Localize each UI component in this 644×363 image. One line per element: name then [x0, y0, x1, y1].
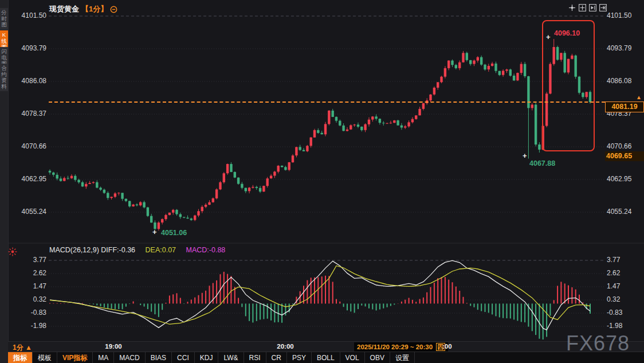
toolbar-item-指标[interactable]: 指标 [8, 352, 33, 363]
macd-axis-label-right: 3.77 [607, 256, 620, 264]
candle-time-tooltip: 2025/11/20 20:29 ~ 20:30 四 [354, 342, 448, 352]
toolbar-item-CR[interactable]: CR [266, 352, 287, 363]
circle-minus-icon[interactable] [110, 6, 117, 13]
price-axis-label-right: 4086.08 [607, 77, 631, 85]
macd-hist-value: MACD:-0.88 [186, 246, 226, 254]
toolbar-item-BIAS[interactable]: BIAS [146, 352, 172, 363]
toolbar-item-BOLL[interactable]: BOLL [312, 352, 340, 363]
chart-type-sidebar: 分时图K线图闪电图合约资料 [0, 0, 9, 363]
price-axis-label-left: 4062.95 [15, 175, 46, 183]
toolbar-item-模板[interactable]: 模板 [33, 352, 57, 363]
toolbar-item-CCI[interactable]: CCI [172, 352, 195, 363]
price-axis-label-right: 4070.66 [607, 142, 631, 150]
trading-app-window: 分时图K线图闪电图合约资料 现货黄金 【1分】 [0, 0, 644, 363]
low-price-annotation: 4067.88 [529, 159, 555, 167]
macd-params-diff: MACD(26,12,9) DIFF:-0.36 [49, 246, 135, 254]
reference-price-tag: 4069.65 [605, 151, 644, 161]
price-axis-label-right: 4093.79 [607, 44, 631, 52]
macd-axis-label-left: -1.98 [15, 322, 46, 330]
toolbar-item-OBV[interactable]: OBV [365, 352, 390, 363]
fit-width-icon[interactable] [578, 3, 587, 12]
chart-header: 现货黄金 【1分】 [49, 4, 117, 14]
session-low-cross-marker: + [152, 229, 157, 235]
current-price-tag: 4081.19 [605, 102, 644, 112]
time-label-partial: :00 [442, 343, 452, 350]
time-axis: 1分 ▲ 2025/11/20 20:29 ~ 20:30 四 :00 19:0… [8, 341, 644, 352]
current-price-line [49, 102, 605, 103]
indicator-toolbar: 指标模板VIP指标MAMACDBIASCCIKDJLW&RSICRPSYBOLL… [8, 352, 644, 363]
price-axis-label-right: 4055.24 [607, 208, 631, 216]
go-latest-icon[interactable] [599, 3, 607, 12]
interval-tag: 【1分】 [81, 4, 108, 14]
toolbar-item-LW&[interactable]: LW& [218, 352, 244, 363]
macd-axis-label-left: 0.32 [15, 295, 46, 303]
macd-axis-label-left: -0.83 [15, 309, 46, 317]
toolbar-item-RSI[interactable]: RSI [244, 352, 266, 363]
toolbar-item-PSY[interactable]: PSY [287, 352, 312, 363]
toolbar-item-VIP指标[interactable]: VIP指标 [57, 352, 93, 363]
tooltip-datetime: 2025/11/20 20:29 ~ 20:30 [357, 344, 433, 350]
play-to-edge-icon[interactable] [588, 3, 597, 12]
high-cross-marker: + [546, 34, 551, 40]
price-axis-label-right: 4101.50 [607, 11, 631, 19]
toolbar-item-KDJ[interactable]: KDJ [195, 352, 219, 363]
macd-legend: MACD(26,12,9) DIFF:-0.36 DEA:0.07 MACD:-… [49, 246, 225, 254]
toolbar-item-MA[interactable]: MA [93, 352, 114, 363]
price-axis-label-left: 4093.79 [15, 44, 46, 52]
macd-axis-label-right: -1.98 [607, 322, 622, 330]
macd-axis-label-left: 1.47 [15, 282, 46, 290]
low-cross-marker: + [523, 153, 527, 159]
price-axis-label-left: 4070.66 [15, 142, 46, 150]
price-axis-label-right: 4062.95 [607, 175, 631, 183]
time-label: 20:00 [277, 343, 293, 350]
high-price-annotation: 4096.10 [554, 29, 580, 37]
macd-axis-label-left: 2.62 [15, 269, 46, 277]
price-axis-label-left: 4101.50 [15, 11, 46, 19]
macd-axis-label-right: -0.83 [607, 309, 622, 317]
macd-axis-label-right: 2.62 [607, 269, 620, 277]
chart-tools [568, 3, 607, 12]
indicator-alert-icon[interactable] [7, 247, 18, 259]
price-arrow-icon: ▲ [636, 94, 642, 100]
toolbar-item-设置[interactable]: 设置 [390, 352, 415, 363]
price-axis-label-left: 4078.37 [15, 110, 46, 118]
sidebar-tab-1[interactable]: 分时图 [0, 8, 8, 30]
macd-axis-label-right: 0.32 [607, 295, 620, 303]
macd-axis-label-left: 3.77 [15, 256, 46, 264]
price-axis-label-left: 4055.24 [15, 208, 46, 216]
macd-dea-value: DEA:0.07 [146, 246, 176, 254]
toolbar-item-VOL[interactable]: VOL [340, 352, 365, 363]
move-icon[interactable] [568, 3, 576, 12]
price-axis-label-left: 4086.08 [15, 77, 46, 85]
session-low-annotation: 4051.06 [161, 229, 187, 237]
symbol-name: 现货黄金 [49, 4, 79, 14]
toolbar-item-MACD[interactable]: MACD [114, 352, 145, 363]
macd-axis-label-right: 1.47 [607, 282, 620, 290]
sidebar-tab-4[interactable]: 合约资料 [0, 64, 8, 91]
time-label: 19:00 [105, 343, 121, 350]
